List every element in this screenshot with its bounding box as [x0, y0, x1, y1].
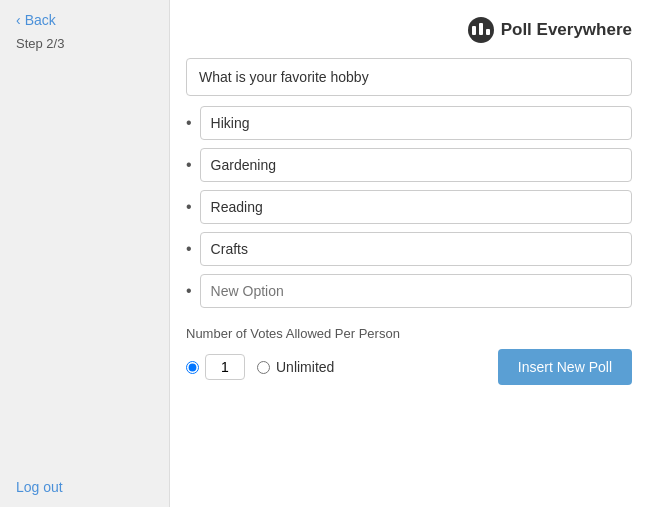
logout-link[interactable]: Log out	[16, 479, 153, 495]
option-input-4[interactable]	[200, 232, 632, 266]
main-content: Poll Everywhere • • • • • Number of Vote…	[170, 0, 648, 507]
bullet-icon-2: •	[186, 156, 192, 174]
chevron-left-icon: ‹	[16, 12, 21, 28]
back-label: Back	[25, 12, 56, 28]
bullet-icon-4: •	[186, 240, 192, 258]
bullet-icon-1: •	[186, 114, 192, 132]
unlimited-label: Unlimited	[276, 359, 334, 375]
svg-rect-3	[486, 29, 490, 35]
option-input-5[interactable]	[200, 274, 632, 308]
svg-rect-2	[479, 23, 483, 35]
options-list: • • • • •	[186, 106, 632, 316]
logo-area: Poll Everywhere	[467, 16, 632, 44]
option-row-1: •	[186, 106, 632, 140]
insert-poll-button[interactable]: Insert New Poll	[498, 349, 632, 385]
option-row-5: •	[186, 274, 632, 308]
header: Poll Everywhere	[186, 16, 632, 44]
option-input-3[interactable]	[200, 190, 632, 224]
option-input-1[interactable]	[200, 106, 632, 140]
option-input-2[interactable]	[200, 148, 632, 182]
radio-number[interactable]	[186, 361, 199, 374]
radio-number-group	[186, 354, 245, 380]
votes-section: Number of Votes Allowed Per Person Unlim…	[186, 326, 632, 385]
back-button[interactable]: ‹ Back	[16, 12, 153, 28]
votes-number-input[interactable]	[205, 354, 245, 380]
svg-rect-1	[472, 26, 476, 35]
votes-left: Unlimited	[186, 354, 334, 380]
votes-label: Number of Votes Allowed Per Person	[186, 326, 632, 341]
step-label: Step 2/3	[16, 36, 153, 51]
option-row-2: •	[186, 148, 632, 182]
votes-controls: Unlimited Insert New Poll	[186, 349, 632, 385]
question-input[interactable]	[186, 58, 632, 96]
option-row-3: •	[186, 190, 632, 224]
sidebar: ‹ Back Step 2/3 Log out	[0, 0, 170, 507]
logo-text: Poll Everywhere	[501, 20, 632, 40]
bullet-icon-5: •	[186, 282, 192, 300]
radio-unlimited[interactable]	[257, 361, 270, 374]
option-row-4: •	[186, 232, 632, 266]
radio-unlimited-group: Unlimited	[257, 359, 334, 375]
bullet-icon-3: •	[186, 198, 192, 216]
poll-everywhere-logo-icon	[467, 16, 495, 44]
